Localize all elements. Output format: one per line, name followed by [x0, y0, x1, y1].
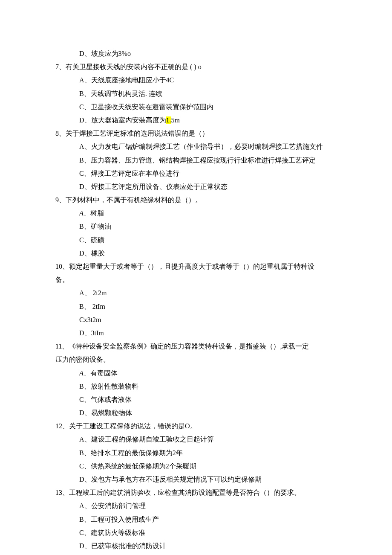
text-span: A [79, 369, 84, 377]
text-line: A、公安消防部门管理 [55, 499, 337, 512]
text-line: B、天线调节机构灵活. 连续 [55, 87, 337, 100]
text-line: A、天线底座接地电阻应小于4C [55, 73, 337, 87]
text-span: 、树脂 [84, 209, 104, 217]
text-line: C、气体或者液体 [55, 393, 337, 406]
text-line: C、卫星接收天线安装在避雷装置保护范围内 [55, 100, 337, 113]
text-line: C、硫磺 [55, 233, 337, 247]
text-line: 11、《特种设备安全监察条例》确定的压力容器类特种设备，是指盛装（）,承载一定 [55, 340, 337, 353]
text-line: 13、工程竣工后的建筑消防验收，应检查其消防设施配置等是否符合（）的要求。 [55, 486, 337, 499]
text-line: 8、关于焊接工艺评定标准的选用说法错误的是（） [55, 127, 337, 140]
text-line: D、易燃颗粒物体 [55, 406, 337, 419]
text-line: 12、关于工建设工程保修的说法，错误的是O。 [55, 419, 337, 433]
text-line: D、发包方与承包方在不违反相关规定情况下可以约定保修期 [55, 473, 337, 486]
text-line: B、 2tIm [55, 300, 337, 313]
text-line: C、焊接工艺评定应在本单位进行 [55, 167, 337, 180]
text-line: B、给排水工程的最低保修期为2年 [55, 446, 337, 459]
text-line: C、建筑防火等级标准 [55, 526, 337, 539]
text-line: A、树脂 [55, 206, 337, 220]
text-line: 压力的密闭设备。 [55, 353, 337, 366]
text-line: D、3tIm [55, 326, 337, 340]
text-line: D、已获审核批准的消防设计 [55, 539, 337, 552]
document-page: D、坡度应为3%o7、有关卫星接收天线的安装内容不正确的是 ( ) oA、天线底… [0, 0, 392, 555]
text-line: B、放射性散装物料 [55, 380, 337, 393]
text-line: Cx3t2m [55, 313, 337, 326]
text-span: 1. [166, 116, 171, 124]
text-span: 5m [171, 116, 180, 124]
text-line: D、橡胶 [55, 247, 337, 260]
text-line: 7、有关卫星接收天线的安装内容不正确的是 ( ) o [55, 60, 337, 73]
text-line: D、放大器箱室内安装高度为1.5m [55, 113, 337, 127]
text-line: A、 2t2m [55, 286, 337, 299]
text-line: C、供热系统的最低保修期为2个采暖期 [55, 459, 337, 473]
text-span: D、放大器箱室内安装高度为 [79, 116, 166, 124]
text-line: D、焊接工艺评定所用设备、仪表应处于正常状态 [55, 180, 337, 193]
text-line: A、建设工程的保修期自竣工验收之日起计算 [55, 433, 337, 446]
text-line: 10、额定起重量大于或者等于（），且提升高度大于或者等于（）的起重机属于特种设 [55, 260, 337, 273]
text-span: 、有毒固体 [84, 369, 118, 377]
text-line: B、压力容器、压力管道、钢结构焊接工程应按现行行业标准进行焊接工艺评定 [55, 154, 337, 167]
text-line: B、矿物油 [55, 220, 337, 233]
text-line: 备。 [55, 273, 337, 286]
text-line: B、工程可投入使用或生产 [55, 513, 337, 526]
text-line: D、坡度应为3%o [55, 47, 337, 60]
text-span: A [79, 209, 84, 217]
text-line: A、有毒固体 [55, 366, 337, 380]
text-line: 9、下列材料中，不属于有机绝缘材料的是（）。 [55, 193, 337, 206]
text-line: A、火力发电厂锅炉编制焊接工艺（作业指导书），必要时编制焊接工艺措施文件 [55, 140, 337, 153]
